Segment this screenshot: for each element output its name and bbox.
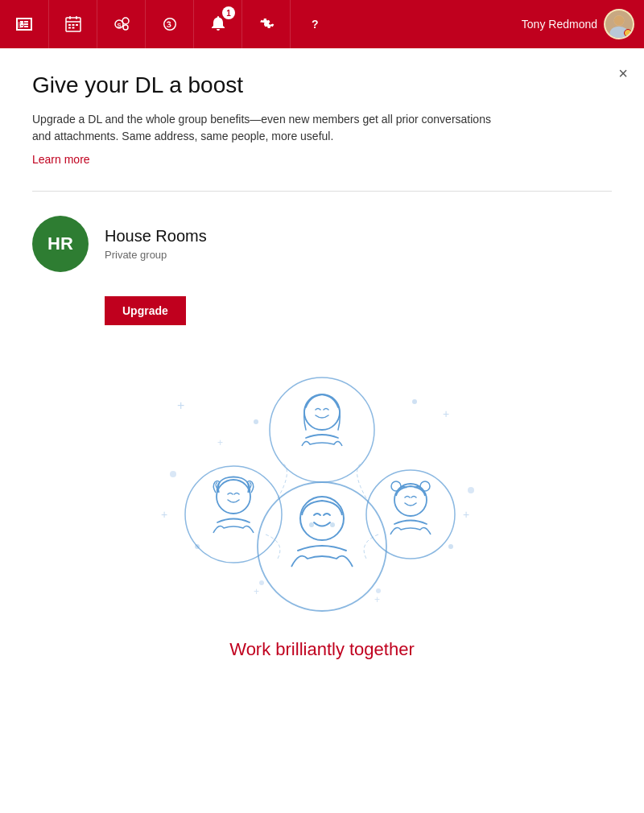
collaboration-illustration: + + + + + + + [137, 357, 507, 631]
svg-point-21 [614, 15, 625, 26]
outlook-nav-button[interactable]: O [0, 0, 48, 48]
group-name: House Rooms [105, 227, 207, 246]
help-icon: ? [305, 14, 324, 34]
svg-point-31 [468, 487, 474, 493]
skype-icon [160, 14, 180, 34]
svg-rect-10 [72, 27, 74, 29]
outlook-icon: O [14, 14, 34, 34]
notifications-nav-button[interactable]: 1 [193, 0, 242, 48]
svg-text:+: + [443, 407, 449, 420]
sharepoint-icon: S [112, 14, 131, 34]
notification-badge: 1 [222, 6, 235, 19]
svg-point-30 [448, 544, 453, 549]
skype-nav-button[interactable] [145, 0, 193, 48]
learn-more-link[interactable]: Learn more [32, 153, 90, 166]
settings-nav-button[interactable] [242, 0, 290, 48]
topbar-icons: O S [0, 0, 512, 48]
calendar-nav-button[interactable] [48, 0, 97, 48]
svg-point-46 [300, 497, 344, 540]
svg-point-39 [185, 466, 282, 563]
svg-line-14 [122, 22, 123, 23]
svg-rect-6 [68, 24, 71, 26]
svg-point-33 [259, 580, 264, 585]
user-name: Tony Redmond [522, 18, 597, 31]
divider [32, 191, 612, 192]
svg-rect-9 [68, 27, 71, 29]
close-button[interactable]: × [618, 64, 628, 83]
svg-point-47 [309, 522, 314, 527]
svg-point-48 [330, 522, 335, 527]
svg-point-24 [254, 419, 258, 424]
svg-rect-7 [72, 24, 74, 26]
group-type: Private group [105, 249, 207, 261]
description-text: Upgrade a DL and the whole group benefit… [32, 111, 499, 145]
svg-text:+: + [217, 437, 223, 448]
main-content: × Give your DL a boost Upgrade a DL and … [0, 48, 644, 684]
svg-text:?: ? [312, 18, 319, 31]
group-info: House Rooms Private group [105, 227, 207, 261]
svg-line-15 [122, 26, 123, 27]
svg-text:+: + [463, 508, 469, 521]
group-avatar: HR [32, 216, 89, 272]
illustration-area: + + + + + + + [32, 357, 612, 660]
help-nav-button[interactable]: ? [290, 0, 338, 48]
svg-point-12 [122, 18, 129, 24]
topbar: O S [0, 0, 644, 48]
svg-text:+: + [161, 508, 167, 521]
tagline-text: Work brilliantly together [229, 639, 414, 660]
avatar [604, 9, 634, 39]
calendar-icon [64, 14, 83, 34]
svg-rect-8 [76, 24, 78, 26]
page-title: Give your DL a boost [32, 72, 612, 98]
svg-text:+: + [254, 586, 259, 597]
user-profile-button[interactable]: Tony Redmond [512, 0, 644, 48]
svg-point-34 [376, 588, 381, 593]
svg-text:O: O [20, 22, 25, 27]
svg-point-40 [217, 480, 250, 514]
svg-text:+: + [177, 398, 184, 412]
svg-point-13 [123, 25, 128, 30]
group-card: HR House Rooms Private group [32, 216, 612, 272]
gear-icon [257, 14, 276, 34]
upgrade-button[interactable]: Upgrade [105, 296, 186, 325]
sharepoint-nav-button[interactable]: S [97, 0, 145, 48]
svg-point-28 [412, 399, 417, 404]
online-status-dot [624, 29, 632, 37]
svg-point-32 [170, 471, 176, 477]
svg-text:+: + [374, 594, 380, 605]
svg-text:S: S [117, 22, 121, 29]
